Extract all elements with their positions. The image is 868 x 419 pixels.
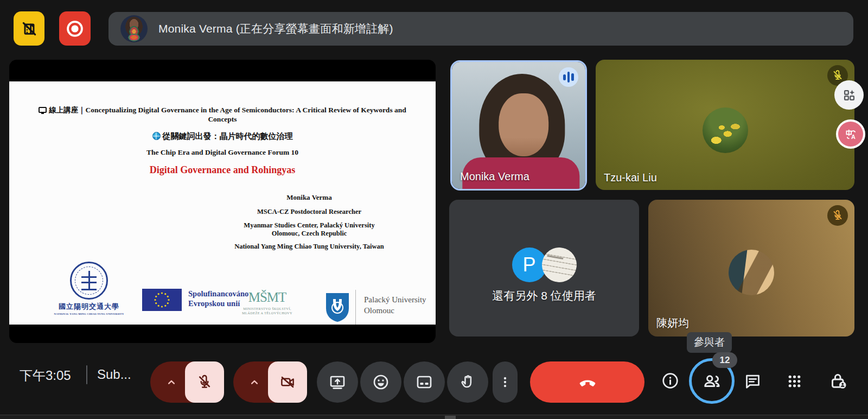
end-call-button[interactable] [530, 361, 644, 403]
chat-icon [744, 372, 762, 390]
slide-affiliation-2: National Yang Ming Chiao Tung University… [201, 243, 418, 251]
svg-text:A: A [851, 134, 856, 140]
audio-level-icon [559, 67, 578, 87]
tile-tzu-kai-liu[interactable]: Tzu-kai Liu [596, 60, 854, 190]
presenter-banner-label: Monika Verma (正在分享螢幕畫面和新增註解) [158, 21, 393, 36]
tile-name-label: 陳妍均 [656, 316, 689, 331]
end-call-icon [577, 372, 598, 392]
google-meet-window: Monika Verma (正在分享螢幕畫面和新增註解) 線上講座｜Concep… [0, 0, 868, 419]
chen-avatar [729, 250, 774, 295]
tile-name-label: Tzu-kai Liu [604, 172, 657, 184]
screenshare-area: 線上講座｜Conceptualizing Digital Governance … [9, 60, 436, 343]
slide-red-title: Digital Governance and Rohingyas [9, 164, 436, 176]
reactions-icon [372, 373, 390, 391]
present-screen-icon [329, 373, 346, 391]
camera-control[interactable] [233, 361, 307, 403]
translate-icon: A [844, 127, 858, 141]
dynamic-layout-button[interactable] [834, 80, 864, 110]
more-options-button[interactable] [493, 361, 518, 403]
palacky-label: Palacký UniversityOlomouc [364, 294, 426, 316]
tzukai-avatar [703, 107, 748, 153]
taskbar-strip [0, 415, 868, 419]
more-participants-label: 還有另外 8 位使用者 [449, 288, 639, 303]
info-icon [661, 372, 679, 390]
toolbar-divider [86, 365, 87, 384]
slide-subtitle-cjk: 從關鍵詞出發：晶片時代的數位治理 [9, 131, 436, 142]
globe-icon [152, 132, 161, 140]
nycu-seal-icon [70, 262, 108, 300]
camera-off-button[interactable] [268, 361, 307, 403]
presenter-banner[interactable]: Monika Verma (正在分享螢幕畫面和新增註解) [108, 12, 853, 46]
dynamic-layout-icon [842, 88, 857, 103]
meeting-details-button[interactable] [661, 372, 679, 390]
apps-grid-icon [786, 372, 803, 390]
logo-divider [355, 290, 356, 325]
chevron-up-icon [164, 375, 178, 389]
present-screen-button[interactable] [317, 361, 358, 403]
raise-hand-icon [459, 373, 476, 391]
camera-options-chevron[interactable] [241, 361, 268, 403]
slide-title-line1: 線上講座｜Conceptualizing Digital Governance … [9, 105, 436, 115]
msmt-logo: MŠMT MINISTERSTVO ŠKOLSTVÍ,MLÁDEŽE A TĚL… [236, 290, 298, 315]
presentation-slide: 線上講座｜Conceptualizing Digital Governance … [9, 81, 436, 325]
meeting-name-label: Sub... [97, 367, 131, 382]
slide-role: MSCA-CZ Postdoctoral Researcher [201, 208, 418, 216]
clock-label: 下午3:05 [20, 367, 71, 384]
raise-hand-button[interactable] [447, 361, 488, 403]
nycu-logo: 國立陽明交通大學 NATIONAL YANG MING CHIAO TUNG U… [54, 262, 124, 315]
no-screen-capture-button[interactable] [14, 11, 44, 46]
people-icon [702, 371, 722, 391]
slide-author-block: Monika Verma MSCA-CZ Postdoctoral Resear… [201, 193, 418, 251]
more-options-icon [498, 375, 512, 389]
mic-off-icon [827, 205, 848, 226]
mic-off-icon [196, 374, 213, 390]
tile-chen-yan-jun[interactable]: 陳妍均 [648, 200, 854, 337]
slide-author: Monika Verma [201, 193, 418, 202]
mic-mute-button[interactable] [185, 361, 224, 403]
slide-affiliation-1: Myanmar Studies Center, Palacký Universi… [201, 221, 418, 238]
tile-name-label: Monika Verma [460, 170, 529, 183]
slide-forum-line: The Chip Era and Digital Governance Foru… [9, 148, 436, 157]
participant-avatar-document [539, 245, 579, 285]
record-icon [65, 19, 85, 39]
host-controls-button[interactable] [828, 371, 848, 391]
palacky-shield-icon [324, 291, 350, 325]
recording-indicator-button[interactable] [59, 11, 91, 46]
tile-monika-verma[interactable]: Monika Verma [450, 60, 587, 191]
tile-more-participants[interactable]: P 還有另外 8 位使用者 [449, 200, 639, 337]
participant-count-badge: 12 [712, 352, 737, 368]
mic-control[interactable] [150, 361, 224, 403]
presenter-avatar [120, 15, 148, 42]
no-screen-capture-icon [21, 20, 38, 37]
eu-flag-icon [142, 289, 182, 311]
camera-off-icon [279, 374, 296, 390]
taskbar-tab [445, 416, 456, 419]
slide-title-line2: Concepts [9, 115, 436, 124]
participants-tooltip: 參與者 [687, 332, 732, 353]
host-controls-lock-icon [828, 371, 848, 391]
captions-button[interactable] [404, 361, 445, 403]
translate-button[interactable]: A [836, 119, 865, 149]
reactions-button[interactable] [360, 361, 401, 403]
mic-options-chevron[interactable] [158, 361, 185, 403]
chat-button[interactable] [744, 372, 762, 390]
activities-button[interactable] [786, 372, 803, 390]
captions-icon [416, 373, 433, 391]
monitor-icon [39, 107, 47, 113]
chevron-up-icon [247, 375, 261, 389]
